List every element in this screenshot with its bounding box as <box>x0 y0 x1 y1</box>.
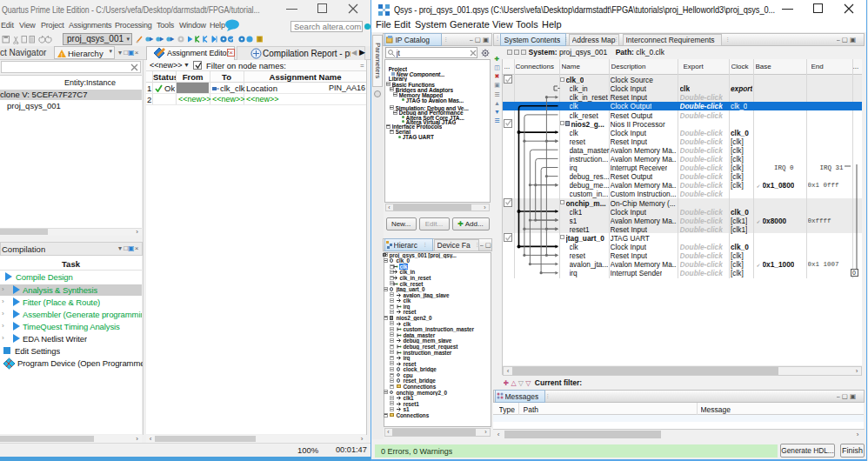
svg-text:!: ! <box>61 52 63 58</box>
